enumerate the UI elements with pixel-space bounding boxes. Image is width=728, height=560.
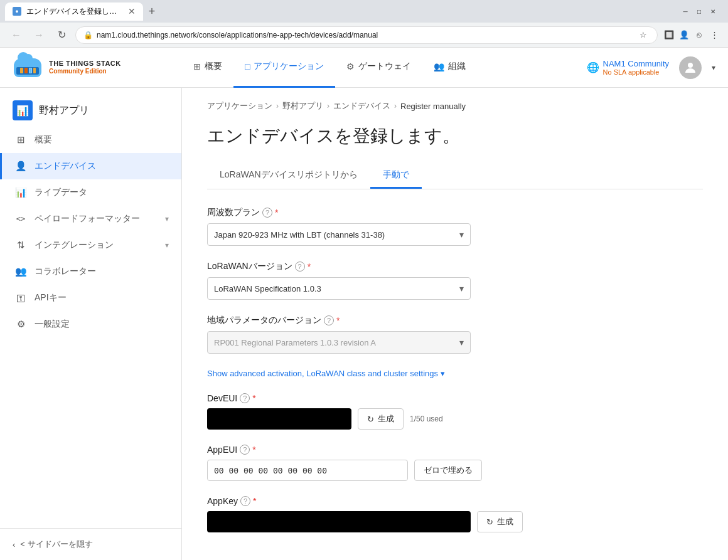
browser-actions: 🔲 👤 ⎋ ⋮	[663, 29, 720, 41]
frequency-plan-value: Japan 920-923 MHz with LBT (channels 31-…	[214, 230, 385, 240]
app-key-required: *	[253, 496, 256, 506]
breadcrumb-app-name[interactable]: 野村アプリ	[282, 100, 323, 112]
breadcrumb-sep-2: ›	[327, 102, 329, 110]
minimize-button[interactable]: ─	[680, 6, 690, 16]
integrations-arrow-icon: ▾	[165, 241, 169, 250]
community-badge: 🌐 NAM1 Community No SLA applicable	[587, 59, 669, 76]
sidebar-item-live-data[interactable]: 📊 ライブデータ	[0, 179, 181, 206]
advanced-settings-link[interactable]: Show advanced activation, LoRaWAN class …	[207, 369, 703, 378]
frequency-plan-select[interactable]: Japan 920-923 MHz with LBT (channels 31-…	[207, 223, 471, 246]
nav-item-overview[interactable]: ⊞ 概要	[182, 48, 233, 88]
forward-button[interactable]: →	[30, 26, 48, 44]
sidebar-item-collaborators[interactable]: 👥 コラボレーター	[0, 258, 181, 285]
sidebar-item-integrations[interactable]: ⇅ インテグレーション ▾	[0, 232, 181, 258]
community-sla: No SLA applicable	[603, 68, 669, 76]
frequency-plan-label-text: 周波数プラン	[207, 207, 260, 218]
maximize-button[interactable]: □	[694, 6, 704, 16]
user-avatar[interactable]	[679, 56, 702, 79]
community-info: NAM1 Community No SLA applicable	[603, 59, 669, 76]
sidebar-item-overview[interactable]: ⊞ 概要	[0, 127, 181, 153]
nav-gateways-label: ゲートウェイ	[358, 61, 411, 72]
app-eui-required: *	[252, 445, 255, 455]
app-key-help-icon[interactable]: ?	[240, 496, 250, 506]
regional-params-label: 地域パラメータのバージョン ? *	[207, 315, 703, 326]
nav-item-organizations[interactable]: 👥 組織	[422, 48, 477, 88]
app-key-generate-button[interactable]: ↻ 生成	[477, 511, 523, 532]
menu-icon[interactable]: ⋮	[708, 29, 720, 41]
share-icon[interactable]: ⎋	[693, 29, 705, 41]
fill-zeros-button[interactable]: ゼロで埋める	[414, 460, 482, 481]
ttn-logo-text: THE THINGS STACK	[49, 60, 121, 68]
refresh-button[interactable]: ↻	[53, 26, 70, 44]
sidebar-payload-label: ペイロードフォーマッター	[35, 213, 158, 225]
ttn-text-area: THE THINGS STACK Community Edition	[49, 60, 121, 75]
app-eui-help-icon[interactable]: ?	[240, 445, 250, 455]
bookmark-icon[interactable]: ☆	[637, 29, 650, 41]
dev-eui-input[interactable]	[207, 408, 351, 430]
regional-params-section: 地域パラメータのバージョン ? * RP001 Regional Paramet…	[207, 315, 703, 354]
svg-point-0	[688, 63, 693, 68]
nav-item-gateways[interactable]: ⚙ ゲートウェイ	[335, 48, 422, 88]
tab-group: LoRaWANデバイスリポジトリから 手動で	[207, 163, 703, 189]
regional-params-help-icon[interactable]: ?	[324, 315, 334, 325]
url-actions: ☆	[637, 29, 650, 41]
payload-arrow-icon: ▾	[165, 214, 169, 223]
new-tab-button[interactable]: +	[143, 3, 161, 20]
tab-manual[interactable]: 手動で	[370, 163, 422, 189]
app-wrapper: THE THINGS STACK Community Edition ⊞ 概要 …	[0, 48, 728, 560]
cloud-bump-2	[24, 54, 33, 63]
nav-right: 🌐 NAM1 Community No SLA applicable ▾	[574, 56, 728, 79]
collaborators-icon: 👥	[14, 266, 27, 277]
advanced-link-text: Show advanced activation, LoRaWAN class …	[207, 369, 438, 378]
breadcrumb-end-devices[interactable]: エンドデバイス	[333, 100, 390, 112]
dev-eui-required: *	[252, 393, 255, 403]
book-4	[33, 68, 36, 73]
lorawan-version-help-icon[interactable]: ?	[295, 262, 305, 272]
url-bar[interactable]: 🔒 nam1.cloud.thethings.network/console/a…	[75, 26, 658, 44]
sidebar-item-api-keys[interactable]: ⚿ APIキー	[0, 285, 181, 311]
dev-eui-generate-button[interactable]: ↻ 生成	[358, 408, 404, 430]
book-2	[24, 68, 28, 73]
hide-sidebar-button[interactable]: ‹ < サイドバーを隠す	[0, 528, 181, 560]
frequency-plan-help-icon[interactable]: ?	[262, 208, 272, 218]
main-content: 📊 野村アプリ ⊞ 概要 👤 エンドデバイス 📊 ライブデータ <>	[0, 88, 728, 560]
browser-tab-active[interactable]: ● エンドデバイスを登録します。- 野村ア... ✕	[5, 3, 143, 21]
nav-item-applications[interactable]: □ アプリケーション	[233, 48, 335, 88]
regional-params-dropdown-icon: ▾	[459, 337, 464, 347]
frequency-plan-section: 周波数プラン ? * Japan 920-923 MHz with LBT (c…	[207, 207, 703, 246]
breadcrumb: アプリケーション › 野村アプリ › エンドデバイス › Register ma…	[207, 100, 703, 112]
profile-icon[interactable]: 👤	[678, 29, 690, 41]
payload-icon: <>	[14, 214, 27, 223]
nav-overview-icon: ⊞	[193, 61, 201, 71]
user-dropdown-arrow[interactable]: ▾	[712, 63, 715, 72]
extensions-icon[interactable]: 🔲	[663, 29, 675, 41]
app-eui-input[interactable]: 00 00 00 00 00 00 00 00	[207, 460, 408, 481]
globe-icon: 🌐	[587, 61, 599, 73]
sidebar-item-end-devices[interactable]: 👤 エンドデバイス	[0, 153, 181, 179]
regional-params-label-text: 地域パラメータのバージョン	[207, 315, 321, 326]
top-nav-items: ⊞ 概要 □ アプリケーション ⚙ ゲートウェイ 👥 組織	[182, 48, 574, 88]
frequency-plan-required: *	[275, 208, 278, 218]
sidebar: 📊 野村アプリ ⊞ 概要 👤 エンドデバイス 📊 ライブデータ <>	[0, 88, 182, 560]
app-icon: 📊	[13, 100, 33, 120]
nav-overview-label: 概要	[205, 61, 222, 72]
close-window-button[interactable]: ✕	[708, 6, 718, 16]
lorawan-version-value: LoRaWAN Specification 1.0.3	[214, 284, 321, 293]
regional-params-select[interactable]: RP001 Regional Parameters 1.0.3 revision…	[207, 331, 471, 354]
sidebar-nav: ⊞ 概要 👤 エンドデバイス 📊 ライブデータ <> ペイロードフォーマッター …	[0, 127, 181, 528]
app-key-section: AppKey ? * ↻ 生成	[207, 496, 703, 532]
book-3	[29, 68, 32, 73]
url-text: nam1.cloud.thethings.network/console/app…	[97, 31, 633, 40]
sidebar-item-payload-formatters[interactable]: <> ペイロードフォーマッター ▾	[0, 206, 181, 232]
breadcrumb-applications[interactable]: アプリケーション	[207, 100, 272, 112]
sidebar-api-keys-label: APIキー	[35, 292, 169, 304]
back-button[interactable]: ←	[8, 26, 25, 44]
tab-close-button[interactable]: ✕	[128, 6, 136, 16]
sidebar-item-general-settings[interactable]: ⚙ 一般設定	[0, 311, 181, 337]
tab-repository[interactable]: LoRaWANデバイスリポジトリから	[207, 163, 370, 189]
dev-eui-help-icon[interactable]: ?	[240, 393, 250, 403]
window-controls: ─ □ ✕	[680, 6, 718, 16]
lorawan-version-section: LoRaWANバージョン ? * LoRaWAN Specification 1…	[207, 261, 703, 300]
lorawan-version-select[interactable]: LoRaWAN Specification 1.0.3 ▾	[207, 277, 471, 300]
app-key-input[interactable]	[207, 511, 471, 532]
